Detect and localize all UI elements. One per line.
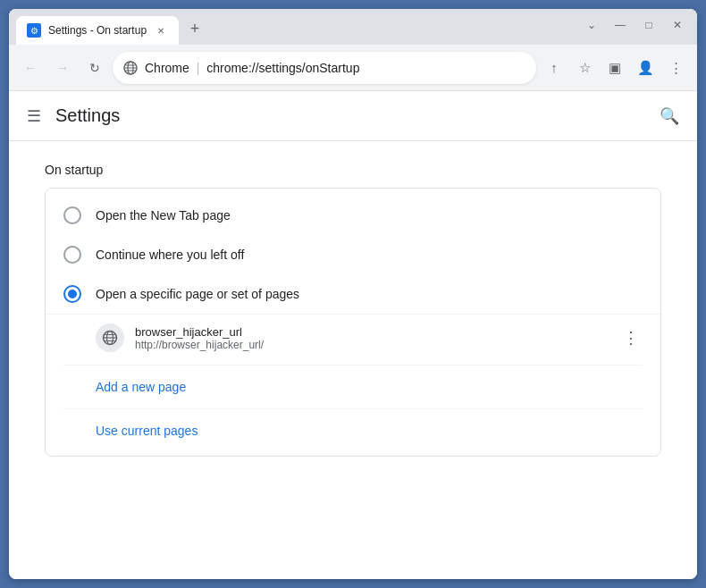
forward-button[interactable]: → — [48, 54, 77, 82]
settings-title: Settings — [55, 105, 120, 126]
title-bar: ⚙ Settings - On startup ✕ + ⌄ — □ ✕ — [9, 9, 697, 45]
section-title: On startup — [45, 163, 661, 177]
option-continue-label: Continue where you left off — [96, 248, 244, 262]
use-current-pages-link[interactable]: Use current pages — [46, 413, 660, 449]
option-specific[interactable]: Open a specific page or set of pages — [46, 274, 660, 314]
share-icon[interactable]: ↑ — [540, 54, 568, 82]
minimize-button[interactable]: — — [608, 13, 633, 38]
settings-body: PC On startup Open the New Tab page Cont… — [9, 141, 697, 579]
new-tab-button[interactable]: + — [182, 16, 207, 41]
close-button[interactable]: ✕ — [665, 13, 690, 38]
option-new-tab[interactable]: Open the New Tab page — [46, 196, 660, 235]
maximize-button[interactable]: □ — [636, 13, 661, 38]
settings-header: ☰ Settings 🔍 — [9, 91, 697, 141]
url-more-icon[interactable]: ⋮ — [619, 324, 643, 351]
radio-new-tab[interactable] — [63, 206, 81, 224]
radio-inner — [68, 290, 77, 298]
options-card: Open the New Tab page Continue where you… — [45, 188, 661, 457]
tab-area: ⚙ Settings - On startup ✕ + — [16, 9, 579, 45]
url-value: http://browser_hijacker_url/ — [135, 339, 609, 351]
globe-svg — [102, 330, 118, 346]
option-new-tab-label: Open the New Tab page — [96, 208, 231, 223]
add-new-page-link[interactable]: Add a new page — [46, 369, 660, 405]
divider-2 — [63, 408, 643, 409]
tab-close-button[interactable]: ✕ — [154, 23, 168, 38]
radio-continue[interactable] — [63, 246, 81, 264]
tab-title: Settings - On startup — [48, 24, 147, 37]
profile-icon[interactable]: 👤 — [631, 54, 660, 82]
url-name: browser_hijacker_url — [135, 325, 609, 339]
address-bar: ← → ↻ Chrome | chrome://settings/onStart… — [9, 45, 697, 91]
option-specific-label: Open a specific page or set of pages — [96, 287, 299, 301]
option-continue[interactable]: Continue where you left off — [46, 235, 660, 274]
divider — [63, 365, 643, 365]
settings-content: ☰ Settings 🔍 PC On startup Open the New … — [9, 91, 697, 579]
settings-search-icon[interactable]: 🔍 — [660, 106, 679, 126]
dropdown-button[interactable]: ⌄ — [579, 13, 604, 38]
address-text: Chrome | chrome://settings/onStartup — [145, 61, 525, 75]
reload-button[interactable]: ↻ — [80, 54, 109, 82]
globe-icon — [96, 323, 124, 352]
url-info: browser_hijacker_url http://browser_hija… — [135, 325, 609, 351]
active-tab[interactable]: ⚙ Settings - On startup ✕ — [16, 16, 179, 45]
window-controls: ⌄ — □ ✕ — [579, 13, 690, 45]
address-url: chrome://settings/onStartup — [206, 61, 359, 75]
more-menu-icon[interactable]: ⋮ — [661, 54, 690, 82]
tab-favicon: ⚙ — [27, 23, 41, 38]
bookmark-icon[interactable]: ☆ — [570, 54, 599, 82]
back-button[interactable]: ← — [16, 54, 45, 82]
menu-icon[interactable]: ☰ — [27, 106, 41, 126]
browser-window: ⚙ Settings - On startup ✕ + ⌄ — □ ✕ ← → … — [9, 9, 697, 579]
address-input[interactable]: Chrome | chrome://settings/onStartup — [113, 52, 536, 84]
toolbar-icons: ↑ ☆ ▣ 👤 ⋮ — [540, 54, 690, 82]
sidebar-icon[interactable]: ▣ — [601, 54, 629, 82]
radio-specific[interactable] — [63, 285, 81, 303]
url-entry: browser_hijacker_url http://browser_hija… — [46, 314, 660, 361]
address-brand: Chrome — [145, 61, 189, 75]
site-icon — [123, 61, 138, 75]
